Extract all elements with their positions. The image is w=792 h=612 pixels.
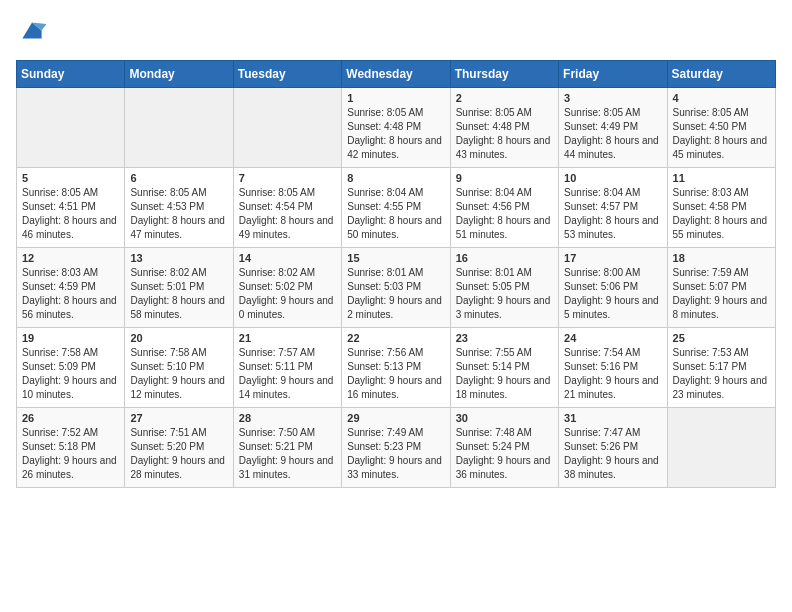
- weekday-header-saturday: Saturday: [667, 61, 775, 88]
- day-info: Sunrise: 8:00 AM Sunset: 5:06 PM Dayligh…: [564, 266, 661, 322]
- calendar-cell: 23Sunrise: 7:55 AM Sunset: 5:14 PM Dayli…: [450, 328, 558, 408]
- calendar-cell: 1Sunrise: 8:05 AM Sunset: 4:48 PM Daylig…: [342, 88, 450, 168]
- weekday-header-thursday: Thursday: [450, 61, 558, 88]
- calendar-cell: 30Sunrise: 7:48 AM Sunset: 5:24 PM Dayli…: [450, 408, 558, 488]
- day-number: 2: [456, 92, 553, 104]
- day-number: 11: [673, 172, 770, 184]
- day-info: Sunrise: 7:51 AM Sunset: 5:20 PM Dayligh…: [130, 426, 227, 482]
- day-number: 20: [130, 332, 227, 344]
- calendar-week-4: 19Sunrise: 7:58 AM Sunset: 5:09 PM Dayli…: [17, 328, 776, 408]
- day-number: 18: [673, 252, 770, 264]
- calendar-cell: 29Sunrise: 7:49 AM Sunset: 5:23 PM Dayli…: [342, 408, 450, 488]
- calendar-cell: 4Sunrise: 8:05 AM Sunset: 4:50 PM Daylig…: [667, 88, 775, 168]
- calendar-cell: 2Sunrise: 8:05 AM Sunset: 4:48 PM Daylig…: [450, 88, 558, 168]
- day-number: 31: [564, 412, 661, 424]
- day-info: Sunrise: 8:01 AM Sunset: 5:05 PM Dayligh…: [456, 266, 553, 322]
- day-number: 21: [239, 332, 336, 344]
- day-number: 27: [130, 412, 227, 424]
- calendar-cell: 27Sunrise: 7:51 AM Sunset: 5:20 PM Dayli…: [125, 408, 233, 488]
- calendar-cell: 24Sunrise: 7:54 AM Sunset: 5:16 PM Dayli…: [559, 328, 667, 408]
- calendar-cell: 3Sunrise: 8:05 AM Sunset: 4:49 PM Daylig…: [559, 88, 667, 168]
- day-info: Sunrise: 7:50 AM Sunset: 5:21 PM Dayligh…: [239, 426, 336, 482]
- calendar-week-3: 12Sunrise: 8:03 AM Sunset: 4:59 PM Dayli…: [17, 248, 776, 328]
- calendar-cell: 19Sunrise: 7:58 AM Sunset: 5:09 PM Dayli…: [17, 328, 125, 408]
- day-info: Sunrise: 7:56 AM Sunset: 5:13 PM Dayligh…: [347, 346, 444, 402]
- calendar-cell: 8Sunrise: 8:04 AM Sunset: 4:55 PM Daylig…: [342, 168, 450, 248]
- day-info: Sunrise: 7:48 AM Sunset: 5:24 PM Dayligh…: [456, 426, 553, 482]
- calendar-cell: 13Sunrise: 8:02 AM Sunset: 5:01 PM Dayli…: [125, 248, 233, 328]
- day-number: 30: [456, 412, 553, 424]
- calendar-cell: 11Sunrise: 8:03 AM Sunset: 4:58 PM Dayli…: [667, 168, 775, 248]
- day-number: 25: [673, 332, 770, 344]
- day-number: 7: [239, 172, 336, 184]
- weekday-header-friday: Friday: [559, 61, 667, 88]
- calendar-cell: 14Sunrise: 8:02 AM Sunset: 5:02 PM Dayli…: [233, 248, 341, 328]
- calendar-cell: 25Sunrise: 7:53 AM Sunset: 5:17 PM Dayli…: [667, 328, 775, 408]
- calendar-week-5: 26Sunrise: 7:52 AM Sunset: 5:18 PM Dayli…: [17, 408, 776, 488]
- header: [16, 16, 776, 48]
- calendar-cell: 7Sunrise: 8:05 AM Sunset: 4:54 PM Daylig…: [233, 168, 341, 248]
- day-info: Sunrise: 7:58 AM Sunset: 5:09 PM Dayligh…: [22, 346, 119, 402]
- logo: [16, 16, 52, 48]
- calendar-cell: 31Sunrise: 7:47 AM Sunset: 5:26 PM Dayli…: [559, 408, 667, 488]
- day-info: Sunrise: 8:05 AM Sunset: 4:49 PM Dayligh…: [564, 106, 661, 162]
- calendar-header: SundayMondayTuesdayWednesdayThursdayFrid…: [17, 61, 776, 88]
- day-number: 13: [130, 252, 227, 264]
- day-number: 1: [347, 92, 444, 104]
- calendar-cell: 22Sunrise: 7:56 AM Sunset: 5:13 PM Dayli…: [342, 328, 450, 408]
- day-number: 26: [22, 412, 119, 424]
- day-info: Sunrise: 7:53 AM Sunset: 5:17 PM Dayligh…: [673, 346, 770, 402]
- day-info: Sunrise: 8:05 AM Sunset: 4:50 PM Dayligh…: [673, 106, 770, 162]
- day-info: Sunrise: 8:04 AM Sunset: 4:55 PM Dayligh…: [347, 186, 444, 242]
- day-info: Sunrise: 7:57 AM Sunset: 5:11 PM Dayligh…: [239, 346, 336, 402]
- day-number: 12: [22, 252, 119, 264]
- day-info: Sunrise: 8:04 AM Sunset: 4:57 PM Dayligh…: [564, 186, 661, 242]
- calendar-cell: 21Sunrise: 7:57 AM Sunset: 5:11 PM Dayli…: [233, 328, 341, 408]
- calendar-cell: 9Sunrise: 8:04 AM Sunset: 4:56 PM Daylig…: [450, 168, 558, 248]
- day-number: 5: [22, 172, 119, 184]
- page-container: SundayMondayTuesdayWednesdayThursdayFrid…: [0, 0, 792, 498]
- day-info: Sunrise: 7:52 AM Sunset: 5:18 PM Dayligh…: [22, 426, 119, 482]
- day-number: 28: [239, 412, 336, 424]
- day-number: 3: [564, 92, 661, 104]
- weekday-header-tuesday: Tuesday: [233, 61, 341, 88]
- calendar-cell: 18Sunrise: 7:59 AM Sunset: 5:07 PM Dayli…: [667, 248, 775, 328]
- calendar-cell: 16Sunrise: 8:01 AM Sunset: 5:05 PM Dayli…: [450, 248, 558, 328]
- day-number: 4: [673, 92, 770, 104]
- day-info: Sunrise: 7:58 AM Sunset: 5:10 PM Dayligh…: [130, 346, 227, 402]
- day-number: 14: [239, 252, 336, 264]
- day-info: Sunrise: 8:04 AM Sunset: 4:56 PM Dayligh…: [456, 186, 553, 242]
- day-info: Sunrise: 8:02 AM Sunset: 5:01 PM Dayligh…: [130, 266, 227, 322]
- day-number: 24: [564, 332, 661, 344]
- calendar-body: 1Sunrise: 8:05 AM Sunset: 4:48 PM Daylig…: [17, 88, 776, 488]
- calendar-cell: 17Sunrise: 8:00 AM Sunset: 5:06 PM Dayli…: [559, 248, 667, 328]
- calendar-cell: [667, 408, 775, 488]
- day-info: Sunrise: 8:03 AM Sunset: 4:58 PM Dayligh…: [673, 186, 770, 242]
- day-info: Sunrise: 7:49 AM Sunset: 5:23 PM Dayligh…: [347, 426, 444, 482]
- day-number: 22: [347, 332, 444, 344]
- calendar-cell: 15Sunrise: 8:01 AM Sunset: 5:03 PM Dayli…: [342, 248, 450, 328]
- calendar-table: SundayMondayTuesdayWednesdayThursdayFrid…: [16, 60, 776, 488]
- day-info: Sunrise: 8:01 AM Sunset: 5:03 PM Dayligh…: [347, 266, 444, 322]
- day-info: Sunrise: 8:05 AM Sunset: 4:53 PM Dayligh…: [130, 186, 227, 242]
- logo-icon: [16, 16, 48, 48]
- calendar-cell: [233, 88, 341, 168]
- day-number: 23: [456, 332, 553, 344]
- day-info: Sunrise: 8:03 AM Sunset: 4:59 PM Dayligh…: [22, 266, 119, 322]
- day-number: 19: [22, 332, 119, 344]
- weekday-header-sunday: Sunday: [17, 61, 125, 88]
- day-number: 10: [564, 172, 661, 184]
- day-info: Sunrise: 8:05 AM Sunset: 4:48 PM Dayligh…: [456, 106, 553, 162]
- calendar-cell: [125, 88, 233, 168]
- calendar-cell: 28Sunrise: 7:50 AM Sunset: 5:21 PM Dayli…: [233, 408, 341, 488]
- weekday-header-monday: Monday: [125, 61, 233, 88]
- calendar-cell: 10Sunrise: 8:04 AM Sunset: 4:57 PM Dayli…: [559, 168, 667, 248]
- calendar-week-1: 1Sunrise: 8:05 AM Sunset: 4:48 PM Daylig…: [17, 88, 776, 168]
- day-info: Sunrise: 7:59 AM Sunset: 5:07 PM Dayligh…: [673, 266, 770, 322]
- day-info: Sunrise: 8:05 AM Sunset: 4:51 PM Dayligh…: [22, 186, 119, 242]
- calendar-week-2: 5Sunrise: 8:05 AM Sunset: 4:51 PM Daylig…: [17, 168, 776, 248]
- day-info: Sunrise: 8:02 AM Sunset: 5:02 PM Dayligh…: [239, 266, 336, 322]
- calendar-cell: [17, 88, 125, 168]
- calendar-cell: 6Sunrise: 8:05 AM Sunset: 4:53 PM Daylig…: [125, 168, 233, 248]
- day-number: 6: [130, 172, 227, 184]
